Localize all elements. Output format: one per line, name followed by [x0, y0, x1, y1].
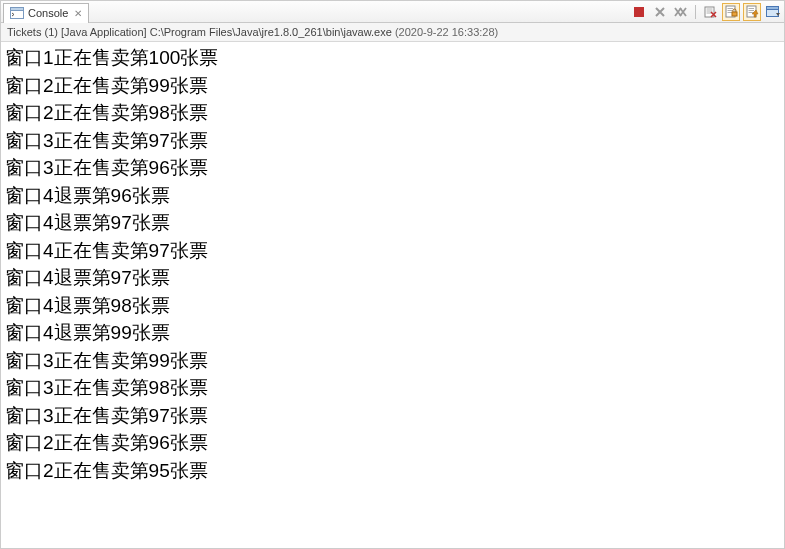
- clear-console-button[interactable]: [701, 3, 719, 21]
- output-line: 窗口3正在售卖第99张票: [5, 347, 780, 375]
- output-line: 窗口4退票第96张票: [5, 182, 780, 210]
- svg-rect-17: [766, 7, 778, 10]
- scroll-lock-icon: [725, 5, 738, 18]
- launch-timestamp: (2020-9-22 16:33:28): [395, 26, 498, 38]
- scroll-lock-button[interactable]: [722, 3, 740, 21]
- clear-console-icon: [704, 5, 717, 18]
- console-tab[interactable]: Console ✕: [3, 3, 89, 23]
- output-line: 窗口4退票第97张票: [5, 209, 780, 237]
- output-line: 窗口3正在售卖第97张票: [5, 127, 780, 155]
- terminate-button[interactable]: [630, 3, 648, 21]
- launch-name: Tickets (1): [7, 26, 58, 38]
- output-line: 窗口3正在售卖第96张票: [5, 154, 780, 182]
- svg-rect-2: [634, 7, 644, 17]
- tab-close-icon[interactable]: ✕: [74, 8, 82, 19]
- stop-icon: [633, 6, 645, 18]
- output-line: 窗口3正在售卖第98张票: [5, 374, 780, 402]
- svg-rect-11: [732, 12, 737, 16]
- output-line: 窗口2正在售卖第98张票: [5, 99, 780, 127]
- output-line: 窗口1正在售卖第100张票: [5, 44, 780, 72]
- open-console-button[interactable]: [764, 3, 782, 21]
- output-line: 窗口4正在售卖第97张票: [5, 237, 780, 265]
- tab-title: Console: [28, 7, 68, 19]
- open-console-icon: [766, 5, 781, 18]
- console-icon: [10, 7, 24, 19]
- toolbar-separator: [695, 5, 696, 19]
- console-output[interactable]: 窗口1正在售卖第100张票窗口2正在售卖第99张票窗口2正在售卖第98张票窗口3…: [1, 42, 784, 486]
- show-output-icon: [746, 5, 759, 18]
- svg-rect-1: [11, 8, 24, 11]
- output-line: 窗口4退票第97张票: [5, 264, 780, 292]
- output-line: 窗口4退票第99张票: [5, 319, 780, 347]
- remove-all-icon: [674, 6, 688, 18]
- run-info-bar: Tickets (1) [Java Application] C:\Progra…: [1, 23, 784, 42]
- remove-all-button[interactable]: [672, 3, 690, 21]
- launch-type: [Java Application]: [61, 26, 147, 38]
- remove-launch-icon: [654, 6, 666, 18]
- tab-bar: Console ✕: [1, 1, 784, 23]
- output-line: 窗口4退票第98张票: [5, 292, 780, 320]
- output-line: 窗口2正在售卖第99张票: [5, 72, 780, 100]
- output-line: 窗口2正在售卖第96张票: [5, 429, 780, 457]
- output-line: 窗口2正在售卖第95张票: [5, 457, 780, 485]
- launch-exe-path: C:\Program Files\Java\jre1.8.0_261\bin\j…: [150, 26, 392, 38]
- console-toolbar: [630, 3, 782, 21]
- remove-launch-button[interactable]: [651, 3, 669, 21]
- output-line: 窗口3正在售卖第97张票: [5, 402, 780, 430]
- show-when-output-button[interactable]: [743, 3, 761, 21]
